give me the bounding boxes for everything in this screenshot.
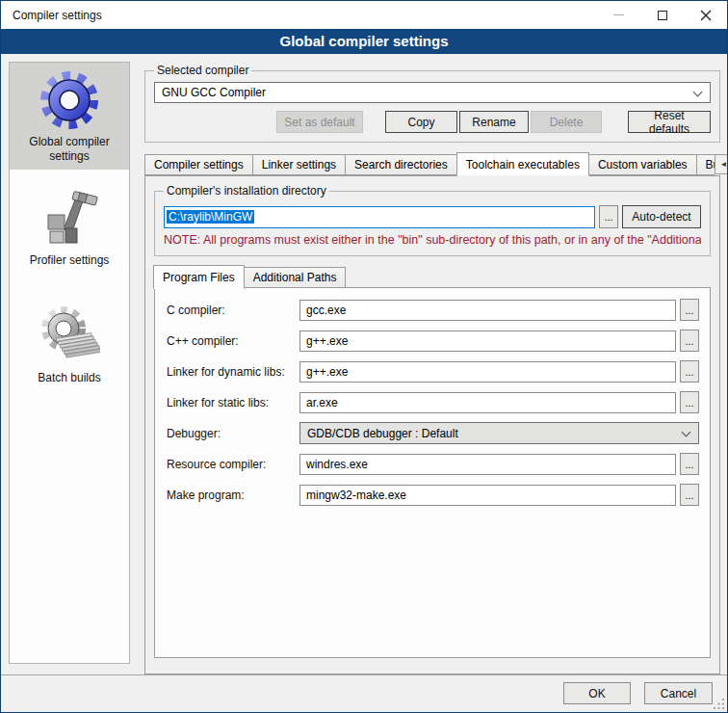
maximize-icon [658,11,667,20]
chevron-down-icon [693,88,703,97]
blue-gear-icon [39,69,100,131]
field-label: Linker for dynamic libs: [167,365,299,379]
installation-directory-group-label: Compiler's installation directory [164,184,329,198]
program-row-debugger: Debugger: GDB/CDB debugger : Default [167,422,699,444]
field-label: C++ compiler: [167,334,299,348]
tab-additional-paths[interactable]: Additional Paths [245,267,347,288]
sidebar-item-batch-builds[interactable]: Batch builds [10,299,129,391]
close-button[interactable] [684,1,727,29]
debugger-select[interactable]: GDB/CDB debugger : Default [299,422,699,444]
program-row-resource-compiler: Resource compiler: windres.exe ... [167,453,699,475]
sidebar-item-global-compiler-settings[interactable]: Global compiler settings [10,63,129,170]
set-as-default-button[interactable]: Set as default [276,111,363,133]
compiler-select[interactable]: GNU GCC Compiler [154,82,711,103]
make-program-input[interactable]: mingw32-make.exe [299,485,676,506]
main-content: Selected compiler GNU GCC Compiler Set a… [144,64,720,674]
gray-gear-stack-icon [39,305,100,367]
cpp-compiler-input[interactable]: g++.exe [299,330,676,352]
bin-subdirectory-note: NOTE: All programs must exist either in … [164,233,701,247]
tab-scroll-buttons: ◄ ► [715,154,728,174]
close-icon [700,10,712,21]
program-row-static-linker: Linker for static libs: ar.exe ... [167,391,699,413]
resource-compiler-browse-button[interactable]: ... [680,453,699,475]
program-row-cpp-compiler: C++ compiler: g++.exe ... [167,330,699,352]
tab-search-directories[interactable]: Search directories [346,154,457,175]
delete-button[interactable]: Delete [531,111,602,133]
chevron-down-icon [682,428,691,437]
compiler-select-value: GNU GCC Compiler [162,86,266,99]
settings-category-list: Global compiler settings Profiler settin… [9,62,130,664]
c-compiler-browse-button[interactable]: ... [680,299,699,321]
installation-directory-input[interactable]: C:\raylib\MinGW [164,206,595,228]
program-files-panel: C compiler: gcc.exe ... C++ compiler: g+… [154,287,711,658]
installation-directory-value: C:\raylib\MinGW [167,210,254,224]
sidebar-item-profiler-settings[interactable]: Profiler settings [10,181,129,274]
compiler-actions: Set as default Copy Rename Delete Reset … [154,111,711,133]
minimize-icon [613,14,624,15]
minimize-button[interactable] [597,1,640,29]
c-compiler-input[interactable]: gcc.exe [299,300,676,321]
program-files-tab-strip: Program Files Additional Paths [154,265,711,288]
copy-button[interactable]: Copy [385,111,457,133]
installation-directory-browse-button[interactable]: ... [599,205,618,228]
maximize-button[interactable] [640,1,684,29]
cancel-button[interactable]: Cancel [644,682,713,704]
static-linker-browse-button[interactable]: ... [680,391,699,413]
program-row-dynamic-linker: Linker for dynamic libs: g++.exe ... [167,360,699,383]
sidebar-item-label: Batch builds [38,371,100,385]
rename-button[interactable]: Rename [459,111,529,133]
selected-compiler-group: Selected compiler GNU GCC Compiler Set a… [144,64,720,143]
tab-scroll-left-button[interactable]: ◄ [715,154,728,174]
dynamic-linker-browse-button[interactable]: ... [680,360,699,383]
arrow-left-icon: ◄ [720,160,728,169]
tab-program-files[interactable]: Program Files [153,265,245,289]
dynamic-linker-input[interactable]: g++.exe [299,361,676,383]
field-label: Linker for static libs: [167,396,299,409]
window-title: Compiler settings [1,9,597,22]
program-row-make-program: Make program: mingw32-make.exe ... [167,484,699,506]
debugger-select-value: GDB/CDB debugger : Default [307,427,458,440]
field-label: Resource compiler: [167,458,299,471]
settings-tab-strip: Compiler settings Linker settings Search… [144,152,720,175]
field-label: Make program: [167,489,299,502]
sidebar-item-label: Global compiler settings [12,135,127,164]
tab-compiler-settings[interactable]: Compiler settings [144,154,253,175]
ok-button[interactable]: OK [563,682,631,704]
field-label: Debugger: [167,427,299,440]
sidebar-item-label: Profiler settings [30,253,110,268]
selected-compiler-group-label: Selected compiler [154,64,251,77]
tab-toolchain-executables[interactable]: Toolchain executables [456,152,589,176]
tab-build-clipped[interactable]: Build [697,154,715,175]
dialog-body: Global compiler settings Profiler settin… [1,54,727,712]
auto-detect-button[interactable]: Auto-detect [622,205,701,228]
cpp-compiler-browse-button[interactable]: ... [680,330,699,352]
installation-directory-row: C:\raylib\MinGW ... Auto-detect [164,205,701,228]
tab-custom-variables[interactable]: Custom variables [589,154,697,175]
title-bar: Compiler settings [1,1,727,29]
make-program-browse-button[interactable]: ... [680,484,699,506]
field-label: C compiler: [167,304,299,317]
compiler-settings-dialog: Compiler settings Global compiler settin… [0,0,728,713]
resource-compiler-input[interactable]: windres.exe [299,454,676,475]
tab-linker-settings[interactable]: Linker settings [253,154,346,175]
caliper-icon [39,188,100,250]
program-row-c-compiler: C compiler: gcc.exe ... [167,299,699,321]
toolchain-executables-panel: Compiler's installation directory C:\ray… [144,175,720,674]
static-linker-input[interactable]: ar.exe [299,392,676,413]
dialog-banner: Global compiler settings [1,29,727,54]
installation-directory-group: Compiler's installation directory C:\ray… [154,184,711,256]
dialog-footer: OK Cancel [1,674,727,712]
resize-grip[interactable] [713,698,725,710]
reset-defaults-button[interactable]: Reset defaults [628,111,711,133]
